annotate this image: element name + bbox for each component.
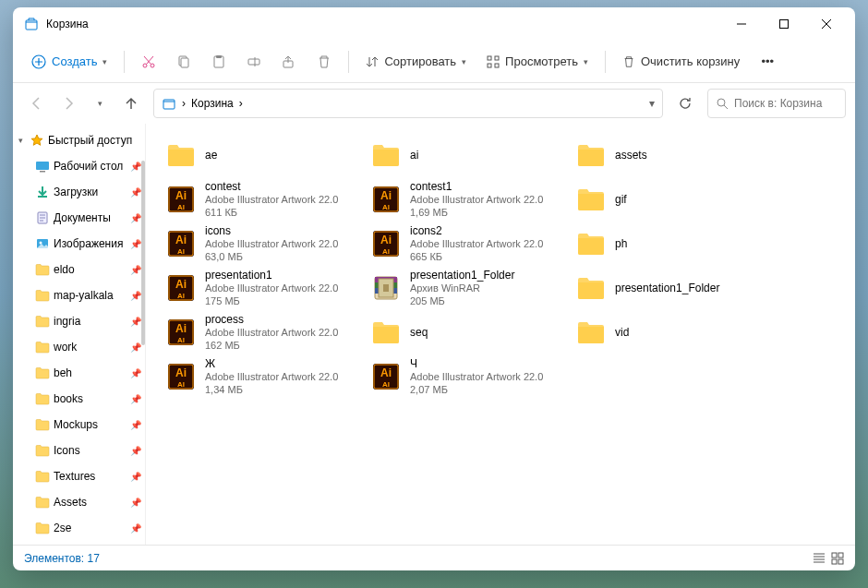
address-history-button[interactable]: ▾ — [649, 97, 655, 110]
sidebar-scrollbar[interactable] — [141, 161, 145, 345]
quick-access-label: Быстрый доступ — [48, 134, 141, 147]
search-input[interactable] — [734, 97, 838, 110]
file-item[interactable]: assets — [571, 133, 770, 177]
more-button[interactable]: ••• — [751, 46, 784, 78]
file-size: 175 МБ — [205, 295, 356, 308]
svg-rect-13 — [488, 64, 491, 67]
file-type: Архив WinRAR — [410, 282, 561, 295]
folder-icon — [164, 138, 198, 172]
file-item[interactable]: ai — [366, 133, 565, 177]
star-icon — [30, 133, 44, 148]
file-item[interactable]: AiAIiconsAdobe Illustrator Artwork 22.06… — [161, 222, 360, 266]
sort-button[interactable]: Сортировать ▾ — [356, 46, 476, 78]
copy-button[interactable] — [167, 46, 200, 78]
new-button[interactable]: Создать ▾ — [22, 46, 116, 78]
file-name: icons2 — [410, 224, 561, 238]
svg-text:Ai: Ai — [380, 366, 392, 379]
svg-rect-18 — [40, 171, 45, 173]
thumbnails-view-button[interactable] — [831, 552, 844, 565]
file-item[interactable]: AiAIЧAdobe Illustrator Artwork 22.02,07 … — [366, 354, 565, 399]
sidebar-item[interactable]: Изображения 📌 — [13, 231, 145, 257]
sidebar-item[interactable]: Документы 📌 — [13, 205, 145, 231]
address-bar[interactable]: › Корзина › ▾ — [153, 89, 663, 118]
svg-rect-14 — [495, 64, 499, 67]
svg-rect-62 — [832, 559, 837, 564]
chevron-down-icon: ▾ — [102, 57, 107, 66]
recent-locations-button[interactable]: ▾ — [85, 89, 115, 118]
sidebar-item[interactable]: Icons 📌 — [13, 438, 145, 463]
back-button[interactable] — [22, 89, 52, 118]
file-name: ae — [205, 149, 356, 162]
sidebar-item[interactable]: Рабочий стол 📌 — [13, 153, 145, 179]
svg-text:Ai: Ai — [175, 366, 187, 379]
breadcrumb-item[interactable]: Корзина — [191, 97, 234, 110]
share-button[interactable] — [272, 46, 306, 78]
sidebar-item[interactable]: Загрузки 📌 — [13, 179, 145, 205]
sidebar-item[interactable]: map-yalkala 📌 — [13, 282, 145, 308]
file-item[interactable]: AiAIicons2Adobe Illustrator Artwork 22.0… — [366, 222, 565, 266]
file-name: gif — [615, 193, 766, 207]
file-size: 205 МБ — [410, 295, 561, 308]
ai-icon: AiAI — [369, 227, 403, 260]
minimize-button[interactable] — [720, 9, 763, 39]
up-button[interactable] — [116, 89, 146, 118]
file-item[interactable]: AiAIpresentation1Adobe Illustrator Artwo… — [161, 266, 360, 310]
file-size: 1,69 МБ — [410, 207, 561, 220]
pin-icon: 📌 — [130, 368, 141, 378]
sidebar-item[interactable]: ingria 📌 — [13, 308, 145, 334]
paste-button[interactable] — [202, 46, 235, 78]
sidebar-item[interactable]: Textures 📌 — [13, 463, 145, 489]
sidebar-item[interactable]: 2se 📌 — [13, 515, 145, 541]
trash-icon — [622, 55, 635, 68]
delete-button[interactable] — [307, 46, 341, 78]
file-item[interactable]: seq — [366, 310, 565, 354]
folder-icon — [574, 271, 608, 305]
sidebar-item-label: Рабочий стол — [54, 160, 127, 173]
sidebar-item[interactable]: books 📌 — [13, 386, 145, 412]
empty-label: Очистить корзину — [641, 54, 740, 68]
svg-rect-8 — [216, 55, 222, 58]
pin-icon: 📌 — [130, 213, 141, 223]
file-type: Adobe Illustrator Artwork 22.0 — [205, 282, 356, 295]
file-item[interactable]: presentation1_Folder — [571, 266, 770, 310]
file-item[interactable]: ae — [161, 133, 360, 177]
folder-icon — [369, 316, 403, 349]
view-button[interactable]: Просмотреть ▾ — [477, 46, 597, 78]
folder-icon — [35, 314, 50, 329]
sidebar-item[interactable]: beh 📌 — [13, 360, 145, 386]
sidebar-item[interactable]: Assets 📌 — [13, 489, 145, 515]
file-item[interactable]: AiAIprocessAdobe Illustrator Artwork 22.… — [161, 310, 360, 354]
file-item[interactable]: presentation1_FolderАрхив WinRAR205 МБ — [366, 266, 565, 310]
pin-icon: 📌 — [130, 317, 141, 327]
chevron-down-icon: ▾ — [15, 136, 26, 145]
sidebar-item[interactable]: eldo 📌 — [13, 257, 145, 282]
file-item[interactable]: AiAIcontestAdobe Illustrator Artwork 22.… — [161, 177, 360, 222]
file-item[interactable]: gif — [571, 177, 770, 222]
file-item[interactable]: ph — [571, 222, 770, 266]
file-size: 162 МБ — [205, 340, 356, 353]
body: ▾ Быстрый доступ Рабочий стол 📌 Загрузки… — [13, 124, 855, 545]
scissors-icon — [141, 54, 156, 69]
forward-button[interactable] — [54, 89, 83, 118]
details-view-button[interactable] — [813, 552, 826, 565]
maximize-button[interactable] — [763, 9, 805, 39]
cut-button[interactable] — [132, 46, 165, 78]
separator — [605, 51, 606, 73]
folder-icon — [574, 183, 608, 216]
svg-text:Ai: Ai — [175, 322, 187, 335]
file-item[interactable]: AiAIcontest1Adobe Illustrator Artwork 22… — [366, 177, 565, 222]
pin-icon: 📌 — [130, 472, 141, 482]
rename-button[interactable] — [237, 46, 271, 78]
sidebar-item[interactable]: Mockups 📌 — [13, 412, 145, 438]
file-item[interactable]: vid — [571, 310, 770, 354]
folder-icon — [574, 227, 608, 260]
refresh-button[interactable] — [670, 89, 700, 118]
share-icon — [282, 54, 296, 69]
file-item[interactable]: AiAIЖAdobe Illustrator Artwork 22.01,34 … — [161, 354, 360, 399]
search-box[interactable] — [707, 89, 846, 118]
close-button[interactable] — [805, 9, 848, 39]
empty-recycle-button[interactable]: Очистить корзину — [613, 46, 749, 78]
sidebar-quick-access[interactable]: ▾ Быстрый доступ — [13, 127, 145, 153]
sidebar-item[interactable]: work 📌 — [13, 334, 145, 360]
search-icon — [716, 97, 729, 110]
